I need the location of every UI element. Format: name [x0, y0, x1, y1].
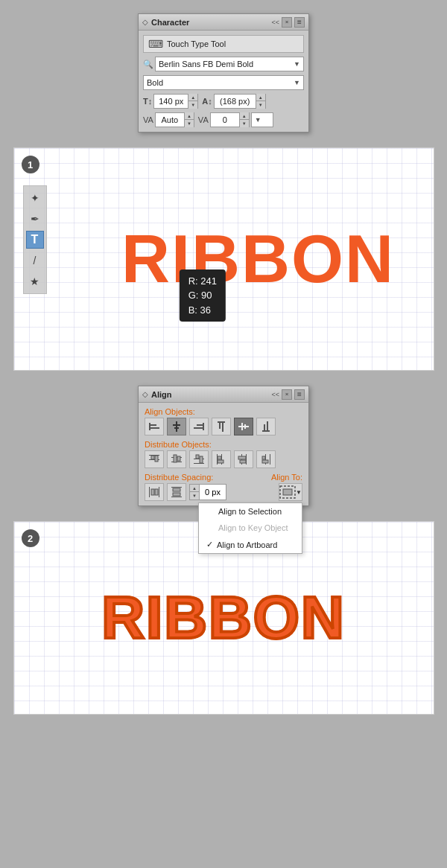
align-to-dropdown-menu: Align to Selection Align to Key Object A… — [198, 502, 302, 554]
spacing-down[interactable]: ▼ — [190, 492, 199, 500]
distribute-spacing-controls: ▲ ▼ — [145, 483, 226, 501]
font-style-arrow: ▼ — [294, 79, 300, 86]
kerning-value-up[interactable]: ▲ — [240, 112, 249, 120]
leading-input[interactable] — [215, 97, 256, 106]
leading-control: A↕ ▲ ▼ — [202, 94, 265, 109]
align-to-section: Align To: ▼ Align to Selection Align to … — [271, 473, 302, 501]
kerning-row: VA ▲ ▼ VA ▲ ▼ — [143, 112, 304, 127]
touch-type-label: Touch Type Tool — [167, 39, 226, 48]
align-to-label: Align To: — [271, 473, 302, 482]
leading-up[interactable]: ▲ — [256, 94, 265, 101]
svg-rect-9 — [218, 421, 225, 423]
align-top-btn[interactable] — [212, 418, 231, 435]
font-size-arrows: ▲ ▼ — [188, 94, 197, 109]
toolbar-strip: ✦ ✒ T / ★ — [23, 185, 47, 294]
color-g: G: 90 — [188, 288, 217, 303]
svg-rect-24 — [174, 455, 177, 462]
svg-rect-44 — [151, 489, 154, 495]
menu-button[interactable]: ≡ — [294, 17, 305, 28]
svg-rect-47 — [171, 497, 182, 497]
svg-rect-2 — [150, 427, 159, 429]
pen-tool-btn[interactable]: ✒ — [26, 210, 44, 228]
svg-rect-41 — [262, 460, 268, 463]
svg-rect-48 — [173, 488, 180, 491]
character-panel-body: ⌨ Touch Type Tool 🔍 Berlin Sans FB Demi … — [139, 31, 308, 132]
close-button[interactable]: × — [282, 17, 292, 28]
touch-type-tool-row[interactable]: ⌨ Touch Type Tool — [143, 35, 304, 53]
align-title-left: ◇ Align — [142, 390, 172, 399]
menu-item-align-artboard[interactable]: Align to Artboard — [199, 536, 302, 553]
font-family-value: Berlin Sans FB Demi Bold — [159, 60, 253, 68]
spacing-input-box: ▲ ▼ — [189, 484, 226, 500]
type-tool-btn[interactable]: T — [26, 231, 44, 249]
align-bottom-btn[interactable] — [256, 418, 276, 435]
font-size-control: T↕ ▲ ▼ — [143, 94, 198, 109]
collapse-button[interactable]: << — [271, 19, 279, 26]
svg-rect-20 — [151, 456, 154, 459]
panel-collapse-icon[interactable]: ◇ — [142, 18, 148, 26]
menu-item-align-selection[interactable]: Align to Selection — [199, 503, 302, 520]
character-panel-titlebar: ◇ Character << × ≡ — [139, 14, 308, 31]
font-style-value: Bold — [147, 78, 163, 87]
selection-tool-btn[interactable]: ✦ — [26, 189, 44, 207]
spacing-input[interactable] — [200, 488, 226, 497]
font-size-down[interactable]: ▼ — [188, 101, 197, 109]
svg-rect-11 — [222, 423, 224, 432]
svg-rect-1 — [150, 424, 156, 426]
align-center-v-btn[interactable] — [234, 418, 253, 435]
align-collapse-button[interactable]: << — [271, 391, 279, 398]
dist-spacing-h-btn[interactable] — [145, 483, 164, 501]
align-objects-label: Align Objects: — [145, 407, 302, 416]
svg-rect-37 — [240, 460, 246, 463]
canvas-number-2: 2 — [22, 529, 39, 547]
align-right-btn[interactable] — [189, 418, 209, 435]
menu-item-align-key-object[interactable]: Align to Key Object — [199, 520, 302, 536]
kerning-method-spinner: ▲ ▼ — [155, 112, 194, 127]
kerning-value-down[interactable]: ▼ — [240, 120, 249, 127]
align-left-btn[interactable] — [145, 418, 164, 435]
menu-item-align-selection-label: Align to Selection — [218, 507, 282, 516]
distribute-spacing-label: Distribute Spacing: — [145, 473, 226, 482]
dist-center-h-btn[interactable] — [167, 450, 186, 468]
kerning-method-down[interactable]: ▼ — [185, 120, 194, 127]
font-size-icon: T↕ — [143, 97, 152, 106]
font-family-arrow: ▼ — [294, 60, 300, 68]
kerning-method-up[interactable]: ▲ — [185, 112, 194, 120]
align-close-button[interactable]: × — [282, 389, 292, 400]
kerning-method-arrows: ▲ ▼ — [184, 112, 194, 127]
dist-right-btn[interactable] — [256, 450, 276, 468]
leading-arrows: ▲ ▼ — [256, 94, 265, 109]
svg-rect-33 — [218, 460, 224, 463]
font-size-input[interactable] — [154, 97, 188, 106]
svg-rect-13 — [241, 423, 243, 430]
dist-spacing-v-btn[interactable] — [167, 483, 186, 501]
svg-rect-14 — [244, 424, 246, 429]
dist-left-btn[interactable] — [212, 450, 231, 468]
dist-top-btn[interactable] — [145, 450, 164, 468]
dist-center-v-btn[interactable] — [234, 450, 253, 468]
kerning-unit-dropdown[interactable]: ▼ — [251, 112, 273, 127]
align-to-btn[interactable]: ▼ — [279, 483, 302, 501]
dist-bottom-btn[interactable] — [189, 450, 209, 468]
font-family-dropdown[interactable]: Berlin Sans FB Demi Bold ▼ — [155, 57, 304, 71]
font-family-row: 🔍 Berlin Sans FB Demi Bold ▼ — [143, 57, 304, 71]
align-center-h-btn[interactable] — [167, 418, 186, 435]
svg-rect-10 — [219, 423, 221, 429]
align-panel-body: Align Objects: — [139, 403, 308, 505]
font-size-up[interactable]: ▲ — [188, 94, 197, 101]
align-panel-collapse-icon[interactable]: ◇ — [142, 390, 148, 398]
spacing-up[interactable]: ▲ — [190, 485, 199, 492]
align-menu-button[interactable]: ≡ — [294, 389, 305, 400]
distribute-objects-row — [145, 450, 302, 468]
font-style-dropdown[interactable]: Bold ▼ — [143, 75, 304, 90]
character-panel: ◇ Character << × ≡ ⌨ Touch Type Tool 🔍 B… — [138, 13, 309, 133]
svg-rect-25 — [177, 456, 180, 461]
kerning-method-input[interactable] — [156, 115, 184, 124]
svg-rect-36 — [238, 456, 246, 459]
star-tool-btn[interactable]: ★ — [26, 272, 44, 290]
kerning-unit-arrow: ▼ — [255, 116, 261, 124]
leading-icon: A↕ — [202, 97, 212, 106]
brush-tool-btn[interactable]: / — [26, 252, 44, 269]
leading-down[interactable]: ▼ — [256, 101, 265, 109]
kerning-value-input[interactable] — [211, 115, 239, 124]
